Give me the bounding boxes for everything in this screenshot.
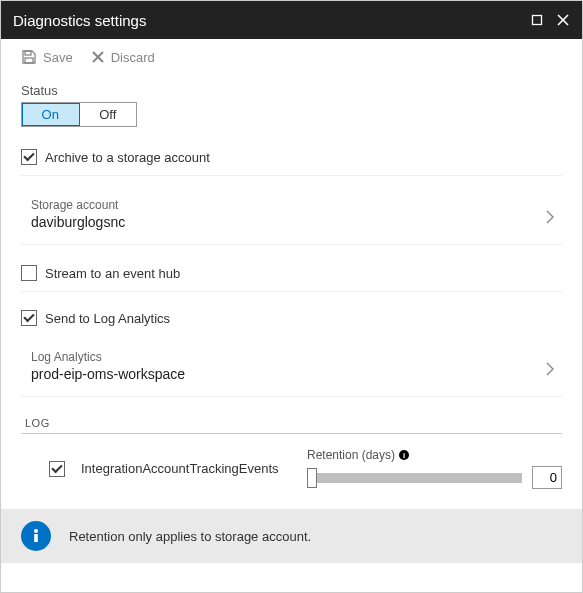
archive-checkbox[interactable]	[21, 149, 37, 165]
info-icon[interactable]: i	[399, 450, 409, 460]
svg-rect-3	[25, 51, 31, 55]
window-controls	[530, 13, 570, 27]
info-banner: Retention only applies to storage accoun…	[1, 509, 582, 563]
status-label: Status	[21, 83, 562, 98]
close-icon[interactable]	[556, 13, 570, 27]
log-row: IntegrationAccountTrackingEvents Retenti…	[21, 448, 562, 509]
log-analytics-label: Log Analytics	[31, 350, 562, 364]
page-title: Diagnostics settings	[13, 12, 146, 29]
archive-row: Archive to a storage account	[21, 145, 562, 176]
toolbar: Save Discard	[1, 39, 582, 75]
send-la-checkbox[interactable]	[21, 310, 37, 326]
log-analytics-value: prod-eip-oms-workspace	[31, 366, 562, 382]
archive-label: Archive to a storage account	[45, 150, 210, 165]
stream-checkbox[interactable]	[21, 265, 37, 281]
log-analytics-selector[interactable]: Log Analytics prod-eip-oms-workspace	[21, 342, 562, 397]
stream-label: Stream to an event hub	[45, 266, 180, 281]
slider-thumb[interactable]	[307, 468, 317, 488]
save-button[interactable]: Save	[21, 49, 73, 65]
status-off[interactable]: Off	[80, 103, 137, 126]
svg-rect-0	[533, 16, 542, 25]
storage-account-value: daviburglogsnc	[31, 214, 562, 230]
svg-rect-4	[25, 58, 33, 63]
log-item-name: IntegrationAccountTrackingEvents	[81, 461, 291, 476]
chevron-right-icon	[542, 209, 558, 225]
save-label: Save	[43, 50, 73, 65]
send-la-row: Send to Log Analytics	[21, 306, 562, 336]
discard-label: Discard	[111, 50, 155, 65]
log-item-checkbox[interactable]	[49, 461, 65, 477]
restore-icon[interactable]	[530, 13, 544, 27]
titlebar: Diagnostics settings	[1, 1, 582, 39]
info-text: Retention only applies to storage accoun…	[69, 529, 311, 544]
stream-row: Stream to an event hub	[21, 261, 562, 292]
storage-account-label: Storage account	[31, 198, 562, 212]
log-heading: LOG	[21, 413, 562, 434]
storage-account-selector[interactable]: Storage account daviburglogsnc	[21, 190, 562, 245]
svg-rect-8	[34, 534, 38, 542]
discard-button[interactable]: Discard	[91, 50, 155, 65]
send-la-label: Send to Log Analytics	[45, 311, 170, 326]
chevron-right-icon	[542, 361, 558, 377]
info-circle-icon	[21, 521, 51, 551]
retention-label: Retention (days) i	[307, 448, 562, 462]
svg-point-7	[34, 529, 38, 533]
status-on[interactable]: On	[22, 103, 80, 126]
retention-slider[interactable]	[307, 473, 522, 483]
retention-input[interactable]	[532, 466, 562, 489]
status-toggle[interactable]: On Off	[21, 102, 137, 127]
